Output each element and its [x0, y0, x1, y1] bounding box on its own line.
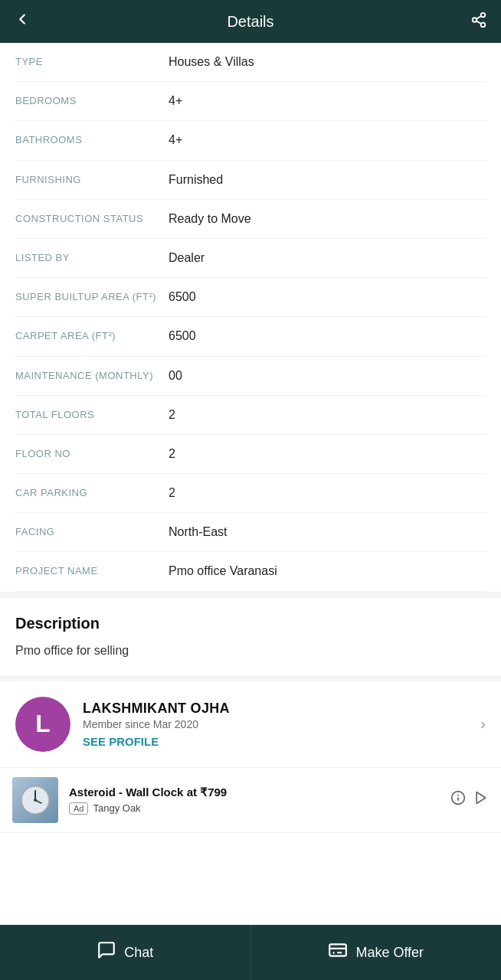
header: Details: [0, 0, 501, 43]
detail-row: FURNISHINGFurnished: [15, 161, 486, 200]
detail-label: PROJECT NAME: [15, 564, 169, 578]
make-offer-button[interactable]: Make Offer: [251, 925, 502, 980]
ad-banner: Asteroid - Wall Clock at ₹799 Ad Tangy O…: [0, 767, 501, 833]
detail-row: TYPEHouses & Villas: [15, 43, 486, 82]
ad-source: Tangy Oak: [93, 802, 140, 814]
detail-label: MAINTENANCE (MONTHLY): [15, 369, 169, 383]
detail-value: Furnished: [169, 173, 486, 187]
svg-line-3: [476, 21, 481, 24]
offer-label: Make Offer: [355, 945, 424, 961]
detail-label: CAR PARKING: [15, 486, 169, 500]
description-section: Description Pmo office for selling: [0, 592, 501, 675]
detail-value: Dealer: [169, 251, 486, 265]
detail-value: North-East: [169, 525, 486, 539]
detail-label: LISTED BY: [15, 251, 169, 265]
details-section: TYPEHouses & VillasBEDROOMS4+BATHROOMS4+…: [0, 43, 501, 592]
detail-row: FACINGNorth-East: [15, 513, 486, 552]
offer-icon: [328, 940, 348, 965]
ad-info-icon[interactable]: [450, 790, 466, 809]
chat-icon: [97, 940, 116, 965]
detail-row: FLOOR NO2: [15, 435, 486, 474]
ad-icons: [450, 790, 489, 809]
detail-label: TOTAL FLOORS: [15, 408, 169, 422]
detail-label: BATHROOMS: [15, 133, 169, 147]
detail-row: BATHROOMS4+: [15, 121, 486, 160]
description-text: Pmo office for selling: [15, 642, 486, 660]
detail-row: LISTED BYDealer: [15, 239, 486, 278]
agent-name: LAKSHMIKANT OJHA: [83, 701, 473, 717]
detail-value: 4+: [169, 94, 486, 108]
detail-value: 2: [169, 486, 486, 500]
detail-value: 2: [169, 408, 486, 422]
detail-value: 6500: [169, 290, 486, 304]
detail-value: Houses & Villas: [169, 55, 486, 69]
detail-value: Pmo office Varanasi: [169, 564, 486, 578]
ad-image: [12, 777, 58, 823]
avatar: L: [15, 697, 70, 752]
detail-label: FACING: [15, 525, 169, 539]
agent-section: L LAKSHMIKANT OJHA Member since Mar 2020…: [0, 675, 501, 767]
detail-label: CONSTRUCTION STATUS: [15, 212, 169, 226]
chat-button[interactable]: Chat: [0, 925, 251, 980]
ad-image-inner: [12, 777, 58, 823]
detail-label: CARPET AREA (FT²): [15, 329, 169, 343]
detail-row: MAINTENANCE (MONTHLY)00: [15, 357, 486, 396]
bottom-bar: Chat Make Offer: [0, 925, 501, 980]
detail-label: FURNISHING: [15, 173, 169, 187]
ad-content: Asteroid - Wall Clock at ₹799 Ad Tangy O…: [69, 786, 450, 815]
chat-label: Chat: [124, 945, 153, 961]
page-title: Details: [227, 13, 273, 31]
svg-marker-12: [476, 792, 486, 804]
detail-value: 4+: [169, 133, 486, 147]
detail-value: 6500: [169, 329, 486, 343]
agent-member-since: Member since Mar 2020: [83, 718, 473, 730]
ad-badge: Ad: [69, 802, 88, 815]
detail-value: 00: [169, 369, 486, 383]
detail-row: BEDROOMS4+: [15, 82, 486, 121]
detail-label: FLOOR NO: [15, 447, 169, 461]
detail-row: CAR PARKING2: [15, 474, 486, 513]
description-heading: Description: [15, 615, 486, 632]
detail-label: BEDROOMS: [15, 94, 169, 108]
detail-row: SUPER BUILTUP AREA (FT²)6500: [15, 278, 486, 317]
detail-value: 2: [169, 447, 486, 461]
detail-label: SUPER BUILTUP AREA (FT²): [15, 290, 169, 304]
detail-row: PROJECT NAMEPmo office Varanasi: [15, 552, 486, 591]
detail-row: TOTAL FLOORS2: [15, 396, 486, 435]
detail-row: CARPET AREA (FT²)6500: [15, 317, 486, 356]
detail-value: Ready to Move: [169, 212, 486, 226]
see-profile-link[interactable]: SEE PROFILE: [83, 735, 473, 748]
detail-label: TYPE: [15, 55, 169, 69]
ad-share-icon[interactable]: [473, 790, 489, 809]
agent-info: LAKSHMIKANT OJHA Member since Mar 2020 S…: [83, 701, 473, 748]
detail-row: CONSTRUCTION STATUSReady to Move: [15, 200, 486, 239]
svg-rect-13: [330, 944, 347, 956]
avatar-letter: L: [35, 710, 51, 738]
back-button[interactable]: [14, 11, 31, 32]
share-button[interactable]: [470, 11, 487, 32]
agent-chevron-icon[interactable]: ›: [480, 715, 486, 733]
svg-line-4: [476, 15, 481, 18]
ad-badge-row: Ad Tangy Oak: [69, 802, 450, 815]
ad-title: Asteroid - Wall Clock at ₹799: [69, 786, 450, 799]
